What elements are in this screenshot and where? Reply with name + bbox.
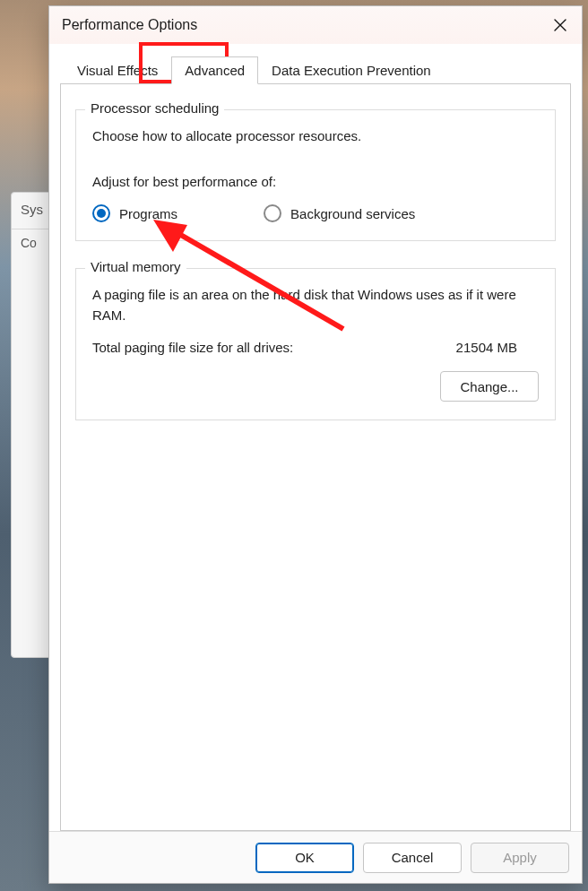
cancel-button[interactable]: Cancel [363, 843, 462, 873]
processor-intro-text: Choose how to allocate processor resourc… [92, 126, 539, 147]
change-button[interactable]: Change... [440, 371, 539, 402]
radio-row: Programs Background services [92, 204, 539, 222]
titlebar: Performance Options [49, 6, 582, 44]
groupbox-virtual-memory: Virtual memory A paging file is an area … [75, 268, 556, 420]
ok-button[interactable]: OK [255, 843, 354, 873]
tab-dep[interactable]: Data Execution Prevention [258, 56, 445, 84]
vm-total-label: Total paging file size for all drives: [92, 340, 293, 355]
close-button[interactable] [551, 16, 569, 34]
window-title: Performance Options [62, 17, 197, 33]
tab-panel-advanced: Processor scheduling Choose how to alloc… [60, 83, 571, 831]
vm-total-value: 21504 MB [456, 340, 539, 355]
adjust-performance-label: Adjust for best performance of: [92, 172, 539, 193]
legend-virtual-memory: Virtual memory [85, 259, 186, 274]
close-icon [554, 19, 566, 31]
tab-strip: Visual Effects Advanced Data Execution P… [60, 53, 571, 83]
radio-programs-label: Programs [119, 206, 177, 221]
radio-icon [92, 204, 110, 222]
groupbox-processor-scheduling: Processor scheduling Choose how to alloc… [75, 109, 556, 241]
tab-advanced[interactable]: Advanced [171, 56, 258, 84]
vm-description: A paging file is an area on the hard dis… [92, 285, 539, 325]
legend-processor-scheduling: Processor scheduling [85, 100, 224, 116]
radio-icon [264, 204, 281, 222]
client-area: Visual Effects Advanced Data Execution P… [49, 44, 582, 831]
performance-options-dialog: Performance Options Visual Effects Advan… [48, 5, 583, 884]
tab-visual-effects[interactable]: Visual Effects [64, 56, 171, 84]
radio-background-label: Background services [290, 206, 415, 221]
apply-button[interactable]: Apply [471, 843, 569, 873]
radio-programs[interactable]: Programs [92, 204, 177, 222]
dialog-footer: OK Cancel Apply [49, 831, 582, 883]
radio-background-services[interactable]: Background services [264, 204, 415, 222]
